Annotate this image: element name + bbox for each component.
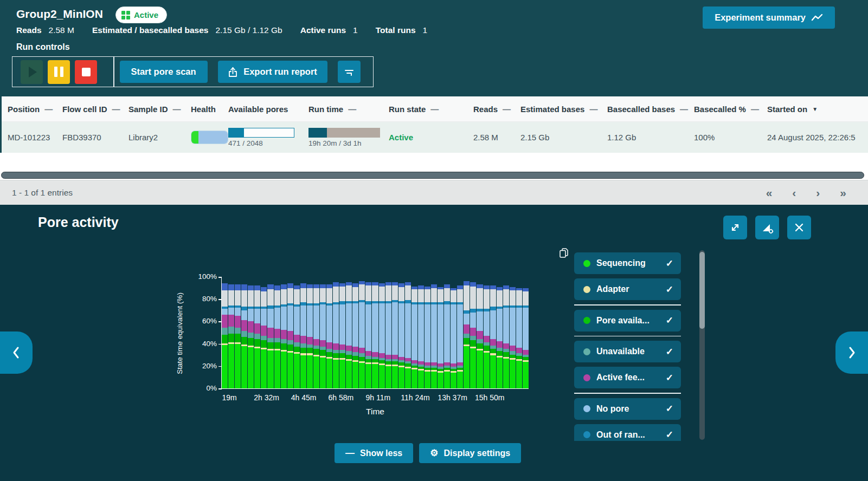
chart-settings-button[interactable] (755, 216, 779, 239)
pore-activity-chart: State time equivalent (%) 0%20%40%60%80%… (172, 265, 552, 417)
close-icon (793, 222, 805, 233)
cell-estimated-bases: 2.15 Gb (520, 122, 607, 153)
bar-segment-other-light-gray- (352, 287, 358, 302)
column-header-run-state[interactable]: Run state— (389, 96, 473, 121)
sort-dash-icon: — (751, 105, 759, 114)
bar-segment-no-pore (490, 310, 496, 339)
cell-available-pores-fill (229, 128, 244, 137)
cell-basecalled-pct-value: 100% (694, 133, 715, 142)
bar-segment-other-dark-blue- (222, 283, 228, 290)
export-run-report-button[interactable]: Export run report (218, 61, 327, 83)
bar-segment-unavailable (222, 328, 228, 334)
stop-button[interactable] (75, 60, 97, 84)
health-indicator (191, 131, 228, 144)
bar-segment-active-feedback (523, 350, 529, 354)
legend-item-sequencing[interactable]: Sequencing✓ (574, 252, 681, 274)
pore-activity-plot (221, 277, 529, 389)
stacked-bar (497, 277, 503, 388)
column-header-started-on[interactable]: Started on▼ (767, 96, 866, 121)
bar-segment-other-light-gray- (261, 291, 267, 307)
bar-segment-pore-available (228, 334, 234, 342)
column-label: Started on (767, 105, 807, 114)
previous-panel-tab[interactable] (0, 332, 33, 374)
legend-item-active-fee-[interactable]: Active fee...✓ (574, 367, 681, 388)
bar-segment-other-dark-blue- (333, 282, 339, 287)
bar-segment-pore-available (261, 340, 267, 348)
column-header-basecalled-bases[interactable]: Basecalled bases— (607, 96, 694, 121)
bar-segment-pore-available (254, 339, 260, 347)
health-good-segment (191, 131, 198, 144)
column-header-estimated-bases[interactable]: Estimated bases— (520, 96, 607, 121)
start-pore-scan-button[interactable]: Start pore scan (120, 61, 208, 83)
stacked-bar (274, 277, 280, 388)
play-button[interactable] (21, 60, 43, 84)
bar-segment-other-light-gray- (503, 289, 509, 306)
previous-page-icon[interactable]: ‹ (792, 187, 796, 198)
y-tick-mark (218, 299, 222, 300)
column-header-run-time[interactable]: Run time— (308, 96, 389, 121)
cell-sample-id-value: Library2 (128, 133, 158, 142)
column-header-reads[interactable]: Reads— (473, 96, 520, 121)
page-title: Group2_MinION (16, 8, 103, 21)
bar-segment-no-pore (300, 306, 306, 335)
next-panel-tab[interactable] (835, 332, 868, 374)
column-header-health[interactable]: Health (191, 96, 228, 121)
stacked-bar (444, 277, 450, 388)
next-page-icon[interactable]: › (816, 187, 820, 198)
bar-segment-no-pore (365, 304, 371, 351)
bar-segment-active-feedback (490, 339, 496, 346)
copy-icon[interactable] (559, 248, 569, 261)
table-row[interactable]: MD-101223FBD39370Library2471 / 204819h 2… (2, 122, 868, 153)
bar-segment-other-light-gray- (385, 285, 391, 301)
bar-segment-no-pore (248, 309, 254, 321)
legend-item-adapter[interactable]: Adapter✓ (574, 278, 681, 300)
stacked-bar (267, 277, 273, 388)
column-header-available-pores[interactable]: Available pores (228, 96, 308, 121)
legend-item-out-of-ran-[interactable]: Out of ran...✓ (574, 424, 681, 441)
cell-run-state: Active (389, 122, 473, 153)
stacked-bar (392, 277, 398, 388)
stat-label: Reads (16, 25, 42, 35)
bar-segment-sequencing (228, 344, 234, 388)
bar-segment-no-pore (274, 308, 280, 329)
bar-segment-other-light-gray- (300, 288, 306, 303)
stacked-bar (379, 277, 385, 388)
status-badge: Active (115, 6, 167, 23)
display-settings-button[interactable]: ⚙ Display settings (419, 443, 521, 463)
cell-available-pores-label: 471 / 2048 (228, 139, 294, 147)
bar-segment-sequencing (516, 361, 522, 388)
legend-scrollbar-thumb[interactable] (699, 252, 705, 329)
cell-available-pores: 471 / 2048 (228, 122, 308, 153)
column-label: Position (8, 105, 40, 114)
filter-button[interactable] (338, 61, 361, 83)
close-button[interactable] (787, 216, 811, 239)
column-header-position[interactable]: Position— (8, 96, 62, 121)
experiment-summary-button[interactable]: Experiment summary (703, 6, 835, 29)
show-less-button[interactable]: — Show less (335, 443, 413, 463)
stacked-bar (287, 277, 293, 388)
pause-button[interactable] (48, 60, 70, 84)
bar-segment-active-feedback (294, 335, 300, 342)
column-header-sample-id[interactable]: Sample ID— (128, 96, 191, 121)
bar-segment-other-dark-blue- (228, 284, 234, 290)
bar-segment-no-pore (320, 304, 326, 340)
x-tick-label: 13h 37m (438, 393, 467, 402)
stacked-bar (412, 277, 417, 388)
y-tick-mark (218, 277, 222, 278)
sort-dash-icon: — (680, 105, 688, 114)
column-header-basecalled-[interactable]: Basecalled %— (694, 96, 767, 121)
legend-item-unavailable[interactable]: Unavailable✓ (574, 341, 681, 362)
bar-segment-sequencing (477, 350, 483, 388)
expand-button[interactable] (723, 216, 747, 239)
bar-segment-other-light-gray- (379, 287, 385, 301)
bar-segment-pore-available (326, 352, 332, 356)
last-page-icon[interactable]: » (840, 187, 846, 198)
horizontal-scrollbar-thumb[interactable] (1, 172, 864, 179)
x-tick-label: 2h 32m (254, 393, 279, 402)
column-header-flow-cell-id[interactable]: Flow cell ID— (62, 96, 128, 121)
legend-item-no-pore[interactable]: No pore✓ (574, 398, 681, 420)
bar-segment-pore-available (222, 335, 228, 343)
sort-dash-icon: — (589, 105, 597, 114)
legend-item-pore-availa-[interactable]: Pore availa...✓ (574, 310, 681, 332)
first-page-icon[interactable]: « (766, 187, 773, 198)
